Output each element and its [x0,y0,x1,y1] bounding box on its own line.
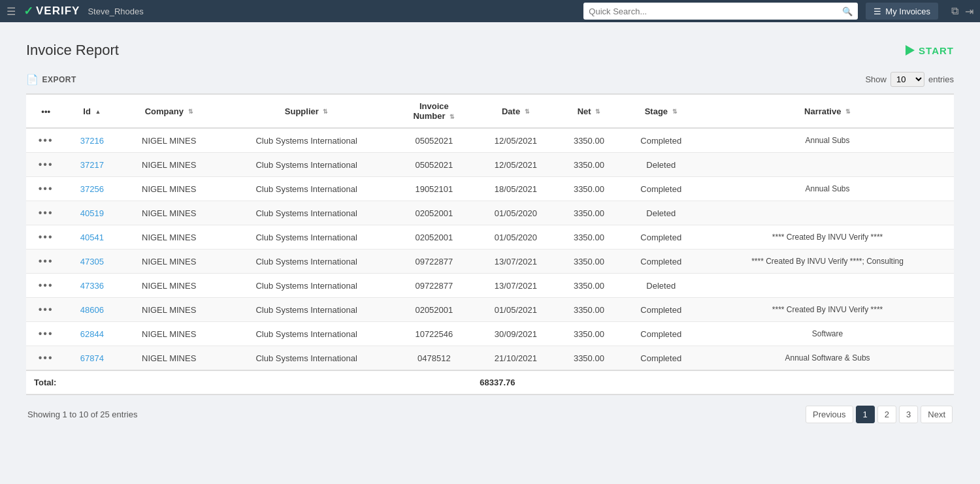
col-invoice-number[interactable]: InvoiceNumber ⇅ [393,94,474,128]
sort-icon: ⇅ [595,108,600,115]
row-stage: Deleted [621,201,701,225]
row-dots[interactable]: ••• [26,201,65,225]
row-id: 47305 [65,250,118,274]
export-icon: 📄 [26,74,39,86]
row-supplier: Club Systems International [220,298,393,322]
page-1-button[interactable]: 1 [856,406,875,423]
row-dots[interactable]: ••• [26,177,65,201]
row-date: 13/07/2021 [474,250,557,274]
table-body: •••37216NIGEL MINESClub Systems Internat… [26,128,954,370]
row-company: NIGEL MINES [118,128,219,153]
logo-check-icon: ✓ [24,4,33,18]
search-input[interactable] [589,7,842,16]
table-header: ••• Id ▲ Company ⇅ Supplier ⇅ InvoiceNum… [26,94,954,128]
pagination-info: Showing 1 to 10 of 25 entries [27,410,137,419]
row-stage: Completed [621,177,701,201]
table-row: •••37256NIGEL MINESClub Systems Internat… [26,177,954,201]
invoice-id-link[interactable]: 48606 [80,305,104,315]
start-label: START [919,45,954,56]
row-dots[interactable]: ••• [26,298,65,322]
row-company: NIGEL MINES [118,346,219,371]
invoice-id-link[interactable]: 37216 [80,136,104,146]
row-net: 3350.00 [557,153,621,177]
row-id: 37216 [65,128,118,153]
row-invoice-number: 09722877 [393,274,474,298]
invoice-id-link[interactable]: 37217 [80,160,104,170]
row-dots[interactable]: ••• [26,322,65,346]
page-2-button[interactable]: 2 [877,406,896,423]
invoice-id-link[interactable]: 67874 [80,353,104,363]
row-date: 21/10/2021 [474,346,557,371]
col-stage[interactable]: Stage ⇅ [621,94,701,128]
invoice-id-link[interactable]: 37256 [80,184,104,194]
row-company: NIGEL MINES [118,225,219,250]
row-invoice-number: 02052001 [393,225,474,250]
col-date[interactable]: Date ⇅ [474,94,557,128]
my-invoices-button[interactable]: ☰ My Invoices [866,3,938,20]
row-company: NIGEL MINES [118,250,219,274]
entries-select[interactable]: 10 25 50 100 [890,72,924,87]
sort-icon: ⇅ [188,108,193,115]
page-3-button[interactable]: 3 [899,406,918,423]
menu-icon[interactable]: ☰ [7,5,16,18]
row-company: NIGEL MINES [118,322,219,346]
export-button[interactable]: 📄 EXPORT [26,74,76,86]
row-dots[interactable]: ••• [26,346,65,371]
row-date: 01/05/2021 [474,298,557,322]
logo-text: VERIFY [36,5,80,18]
sort-icon: ⇅ [323,108,328,115]
sort-icon: ⇅ [672,108,678,115]
invoice-id-link[interactable]: 40519 [80,208,104,218]
table-row: •••37216NIGEL MINESClub Systems Internat… [26,128,954,153]
row-stage: Deleted [621,153,701,177]
row-id: 40519 [65,201,118,225]
copy-icon[interactable]: ⧉ [951,5,958,17]
row-supplier: Club Systems International [220,177,393,201]
logout-icon[interactable]: ⇥ [965,5,973,18]
start-button[interactable]: START [906,45,954,56]
sort-icon: ⇅ [449,114,455,120]
row-stage: Completed [621,128,701,153]
row-date: 30/09/2021 [474,322,557,346]
row-company: NIGEL MINES [118,201,219,225]
next-page-button[interactable]: Next [921,406,953,423]
previous-page-button[interactable]: Previous [806,406,853,423]
invoice-id-link[interactable]: 40541 [80,233,104,242]
logo: ✓ VERIFY [24,4,80,18]
row-id: 47336 [65,274,118,298]
row-dots[interactable]: ••• [26,274,65,298]
col-supplier[interactable]: Supplier ⇅ [220,94,393,128]
col-narrative[interactable]: Narrative ⇅ [701,94,954,128]
row-date: 12/05/2021 [474,128,557,153]
row-id: 48606 [65,298,118,322]
total-label: Total: [26,370,118,395]
row-narrative: Annual Subs [701,177,954,201]
pagination-row: Showing 1 to 10 of 25 entries Previous 1… [26,406,954,423]
row-dots[interactable]: ••• [26,128,65,153]
header-row: ••• Id ▲ Company ⇅ Supplier ⇅ InvoiceNum… [26,94,954,128]
col-company[interactable]: Company ⇅ [118,94,219,128]
col-id[interactable]: Id ▲ [65,94,118,128]
row-supplier: Club Systems International [220,153,393,177]
row-id: 37217 [65,153,118,177]
col-net[interactable]: Net ⇅ [557,94,621,128]
row-dots[interactable]: ••• [26,153,65,177]
row-dots[interactable]: ••• [26,225,65,250]
pagination-controls: Previous 1 2 3 Next [806,406,953,423]
show-entries-control: Show 10 25 50 100 entries [865,72,954,87]
table-footer: Total: 68337.76 [26,370,954,395]
total-spacer2 [557,370,954,395]
row-stage: Completed [621,298,701,322]
row-supplier: Club Systems International [220,201,393,225]
row-date: 12/05/2021 [474,153,557,177]
my-invoices-label: My Invoices [885,7,930,16]
table-row: •••67874NIGEL MINESClub Systems Internat… [26,346,954,371]
row-dots[interactable]: ••• [26,250,65,274]
play-icon [906,45,915,56]
invoice-id-link[interactable]: 47336 [80,281,104,291]
row-date: 18/05/2021 [474,177,557,201]
invoice-id-link[interactable]: 62844 [80,329,104,339]
page-title: Invoice Report [26,42,119,59]
invoice-id-link[interactable]: 47305 [80,257,104,266]
row-invoice-number: 05052021 [393,153,474,177]
